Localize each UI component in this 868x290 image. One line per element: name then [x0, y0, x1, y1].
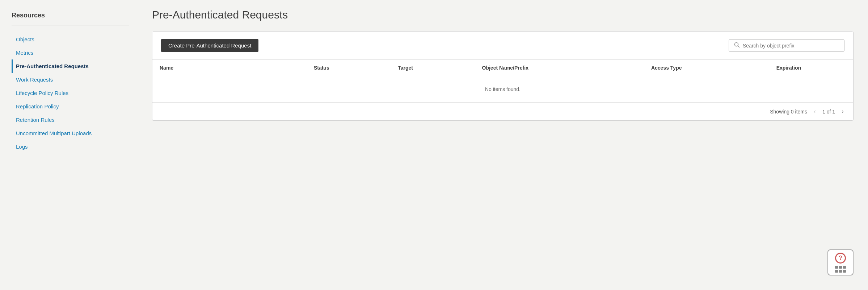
help-dot: [839, 266, 842, 269]
requests-table: NameStatusTargetObject Name/PrefixAccess…: [152, 60, 853, 102]
pagination-showing: Showing 0 items: [770, 109, 807, 115]
sidebar-item-pre-authenticated-requests[interactable]: Pre-Authenticated Requests: [12, 59, 129, 73]
table-header-status: Status: [307, 60, 391, 76]
pagination-next-button[interactable]: ›: [839, 107, 846, 116]
table-header-object_name_prefix: Object Name/Prefix: [475, 60, 644, 76]
sidebar-nav: ObjectsMetricsPre-Authenticated Requests…: [12, 33, 129, 153]
help-dot: [843, 266, 846, 269]
table-header-name: Name: [152, 60, 307, 76]
content-panel: Create Pre-Authenticated Request NameSta: [152, 31, 854, 121]
page-title: Pre-Authenticated Requests: [152, 9, 854, 21]
sidebar-item-logs[interactable]: Logs: [12, 140, 129, 153]
sidebar-divider: [12, 25, 129, 25]
empty-state-row: No items found.: [152, 76, 853, 103]
sidebar-item-replication-policy[interactable]: Replication Policy: [12, 100, 129, 113]
help-dot: [835, 266, 838, 269]
sidebar-item-uncommitted-multipart-uploads[interactable]: Uncommitted Multipart Uploads: [12, 127, 129, 140]
create-pre-authenticated-request-button[interactable]: Create Pre-Authenticated Request: [161, 39, 258, 52]
sidebar-item-label[interactable]: Metrics: [16, 50, 33, 56]
table-header-row: NameStatusTargetObject Name/PrefixAccess…: [152, 60, 853, 76]
empty-state-message: No items found.: [152, 76, 853, 103]
sidebar-item-label[interactable]: Objects: [16, 36, 34, 42]
help-icon: ?: [835, 253, 846, 264]
table-header-expiration: Expiration: [769, 60, 853, 76]
help-widget[interactable]: ?: [827, 249, 854, 276]
search-input[interactable]: [743, 43, 839, 49]
pagination-page: 1 of 1: [822, 109, 835, 115]
sidebar-item-objects[interactable]: Objects: [12, 33, 129, 46]
search-icon: [734, 42, 740, 49]
sidebar-title: Resources: [12, 12, 129, 19]
help-dots: [835, 266, 846, 273]
sidebar-item-label[interactable]: Lifecycle Policy Rules: [16, 90, 68, 96]
sidebar-item-label[interactable]: Retention Rules: [16, 117, 55, 123]
sidebar-item-label: Pre-Authenticated Requests: [16, 63, 89, 69]
sidebar: Resources ObjectsMetricsPre-Authenticate…: [0, 0, 138, 290]
sidebar-item-label[interactable]: Work Requests: [16, 76, 53, 83]
sidebar-item-lifecycle-policy-rules[interactable]: Lifecycle Policy Rules: [12, 86, 129, 100]
table-header-access_type: Access Type: [644, 60, 769, 76]
sidebar-item-label[interactable]: Uncommitted Multipart Uploads: [16, 130, 92, 136]
table-header-target: Target: [391, 60, 475, 76]
pagination-prev-button[interactable]: ‹: [812, 107, 818, 116]
help-dot: [835, 270, 838, 273]
help-dot: [839, 270, 842, 273]
search-box: [729, 39, 844, 52]
help-dot: [843, 270, 846, 273]
sidebar-item-metrics[interactable]: Metrics: [12, 46, 129, 59]
sidebar-item-retention-rules[interactable]: Retention Rules: [12, 113, 129, 127]
sidebar-item-work-requests[interactable]: Work Requests: [12, 73, 129, 86]
pagination-row: Showing 0 items ‹ 1 of 1 ›: [152, 102, 853, 120]
sidebar-item-label[interactable]: Replication Policy: [16, 103, 59, 109]
svg-line-1: [738, 46, 740, 47]
main-content: Pre-Authenticated Requests Create Pre-Au…: [138, 0, 868, 290]
sidebar-item-label[interactable]: Logs: [16, 144, 28, 150]
panel-toolbar: Create Pre-Authenticated Request: [152, 32, 853, 60]
